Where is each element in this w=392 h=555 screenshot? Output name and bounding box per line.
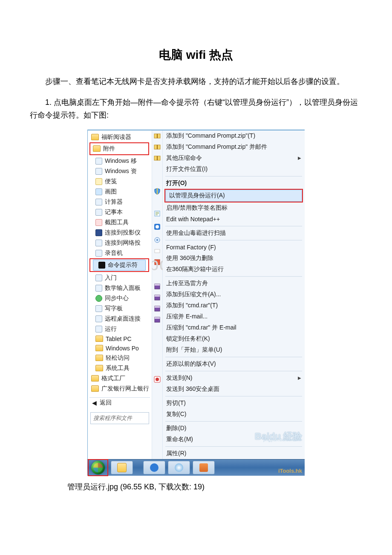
wordpad-icon bbox=[95, 305, 102, 312]
cmd-highlight: 命令提示符 bbox=[89, 258, 149, 272]
ctx-360-force-delete[interactable]: 使用 360强力删除 bbox=[163, 253, 305, 264]
sm-item[interactable]: 远程桌面连接 bbox=[88, 314, 152, 324]
ctx-toggle-sig[interactable]: 启用/禁用数字签名图标 bbox=[163, 202, 305, 214]
ctx-upload-thunder[interactable]: 上传至迅雷方舟 bbox=[163, 278, 305, 289]
baidu-url: jingyan.baidu.com bbox=[263, 437, 301, 442]
back-arrow-icon: ◀ bbox=[91, 399, 97, 406]
sm-item[interactable]: 写字板 bbox=[88, 304, 152, 314]
ctx-open[interactable]: 打开(O) bbox=[163, 178, 305, 189]
context-menu: 添加到 "Command Prompt.zip"(T) 添加到 "Command… bbox=[163, 130, 305, 459]
ctx-copy[interactable]: 复制(C) bbox=[163, 409, 305, 420]
ctx-duba-scan[interactable]: 使用金山毒霸进行扫描 bbox=[163, 228, 305, 239]
sm-item[interactable]: 轻松访问 bbox=[88, 353, 152, 363]
sm-foxit[interactable]: 福昕阅读器 bbox=[88, 132, 152, 142]
ctx-format-factory[interactable]: Format Factory (F) bbox=[163, 242, 305, 253]
ctx-run-as-admin[interactable]: 以管理员身份运行(A) bbox=[165, 190, 302, 202]
sm-item[interactable]: 运行 bbox=[88, 324, 152, 334]
sm-item[interactable]: 广发银行网上银行 bbox=[88, 384, 152, 394]
svg-rect-5 bbox=[157, 156, 158, 160]
sm-cmd[interactable]: 命令提示符 bbox=[93, 260, 145, 270]
zip-icon bbox=[154, 144, 161, 150]
ctx-send-360desktop[interactable]: 发送到 360安全桌面 bbox=[163, 384, 305, 395]
calc-icon bbox=[95, 199, 102, 205]
sync-icon bbox=[95, 295, 102, 302]
explorer-icon bbox=[117, 463, 127, 472]
ctx-send-to[interactable]: 发送到(N) bbox=[163, 373, 305, 384]
sm-accessories[interactable]: 附件 bbox=[91, 144, 147, 154]
folder-icon bbox=[95, 355, 103, 361]
image-caption: 管理员运行.jpg (96.55 KB, 下载次数: 19) bbox=[67, 482, 362, 492]
sm-item[interactable]: Windows 移 bbox=[88, 156, 152, 166]
ctx-compress-rar-email[interactable]: 压缩到 "cmd.rar" 并 E-mail bbox=[163, 322, 305, 333]
sm-item[interactable]: 系统工具 bbox=[88, 363, 152, 373]
taskbar-app[interactable] bbox=[193, 461, 215, 474]
getting-started-icon bbox=[95, 275, 102, 281]
ctx-open-location[interactable]: 打开文件位置(I) bbox=[163, 164, 305, 175]
sm-item[interactable]: 连接到网络投 bbox=[88, 238, 152, 248]
start-button-highlight bbox=[88, 459, 108, 476]
svg-point-22 bbox=[156, 378, 159, 381]
run-icon bbox=[95, 326, 102, 332]
sm-item[interactable]: 连接到投影仪 bbox=[88, 228, 152, 238]
notepadpp-icon bbox=[154, 210, 161, 217]
rar-icon bbox=[154, 283, 161, 290]
360-icon bbox=[154, 248, 161, 254]
folder-icon bbox=[95, 365, 103, 371]
ctx-compress-email[interactable]: 压缩并 E-mail... bbox=[163, 311, 305, 322]
ctx-cut[interactable]: 剪切(T) bbox=[163, 398, 305, 409]
taskbar-maxthon[interactable] bbox=[143, 461, 165, 474]
app-icon bbox=[95, 168, 102, 175]
sandbox-icon bbox=[154, 259, 161, 266]
rdp-icon bbox=[95, 315, 102, 322]
maxthon-icon bbox=[150, 463, 159, 472]
sm-item[interactable]: 录音机 bbox=[88, 248, 152, 258]
ctx-add-to-archive[interactable]: 添加到压缩文件(A)... bbox=[163, 289, 305, 300]
ctx-restore-previous[interactable]: 还原以前的版本(V) bbox=[163, 358, 305, 370]
ctx-pin-start[interactable]: 附到「开始」菜单(U) bbox=[163, 344, 305, 356]
document-page: 电脑 wifi 热点 步骤一、查看笔记本无线网卡是否支持承载网络，支持的话才能开… bbox=[0, 0, 392, 517]
accessories-highlight: 附件 bbox=[89, 142, 149, 155]
sm-item[interactable]: 便笺 bbox=[88, 176, 152, 187]
taskbar-explorer[interactable] bbox=[111, 461, 133, 474]
sm-item[interactable]: 画图 bbox=[88, 187, 152, 197]
start-search-input[interactable]: 搜索程序和文件 bbox=[90, 412, 149, 424]
folder-icon bbox=[91, 385, 99, 392]
ctx-add-zip-mail[interactable]: 添加到 "Command Prompt.zip" 并邮件 bbox=[163, 142, 305, 153]
ctx-pin-taskbar[interactable]: 锁定到任务栏(K) bbox=[163, 333, 305, 344]
ctx-add-to-rar[interactable]: 添加到 "cmd.rar"(T) bbox=[163, 300, 305, 311]
sm-item[interactable]: 记事本 bbox=[88, 207, 152, 217]
sm-item[interactable]: Windows 资 bbox=[88, 166, 152, 176]
sm-item[interactable]: 同步中心 bbox=[88, 293, 152, 304]
sm-item[interactable]: Tablet PC bbox=[88, 334, 152, 344]
sm-item[interactable]: 截图工具 bbox=[88, 217, 152, 228]
paint-icon bbox=[95, 188, 102, 195]
svg-rect-12 bbox=[155, 260, 160, 265]
svg-rect-3 bbox=[157, 145, 158, 149]
context-icon-gutter bbox=[152, 130, 163, 459]
svg-point-10 bbox=[156, 239, 158, 241]
taskbar-sogou[interactable] bbox=[168, 461, 190, 474]
sogou-icon bbox=[175, 463, 183, 472]
sm-item[interactable]: Windows Po bbox=[88, 344, 152, 353]
ctx-properties[interactable]: 属性(R) bbox=[163, 448, 305, 459]
svg-rect-16 bbox=[155, 295, 160, 297]
ctx-other-compress[interactable]: 其他压缩命令 bbox=[163, 153, 305, 164]
sm-item[interactable]: 入门 bbox=[88, 273, 152, 283]
sm-back[interactable]: ◀ 返回 bbox=[88, 398, 152, 408]
sm-item[interactable]: 数学输入面板 bbox=[88, 283, 152, 293]
start-button[interactable] bbox=[91, 461, 105, 474]
taskbar: iTools.hk bbox=[87, 459, 305, 476]
ctx-add-to-zip[interactable]: 添加到 "Command Prompt.zip"(T) bbox=[163, 130, 305, 142]
zip-icon bbox=[154, 133, 161, 139]
sm-item[interactable]: 格式工厂 bbox=[88, 373, 152, 384]
svg-rect-18 bbox=[155, 306, 160, 308]
run-as-admin-highlight: 以管理员身份运行(A) bbox=[164, 189, 303, 202]
ctx-360-sandbox[interactable]: 在360隔离沙箱中运行 bbox=[163, 264, 305, 275]
app-icon bbox=[95, 158, 102, 165]
svg-rect-1 bbox=[157, 134, 158, 138]
zip-icon bbox=[154, 155, 161, 162]
rar-icon bbox=[154, 316, 161, 323]
ctx-edit-notepadpp[interactable]: Edit with Notepad++ bbox=[163, 214, 305, 225]
sm-item[interactable]: 计算器 bbox=[88, 197, 152, 207]
itools-watermark: iTools.hk bbox=[278, 468, 302, 474]
